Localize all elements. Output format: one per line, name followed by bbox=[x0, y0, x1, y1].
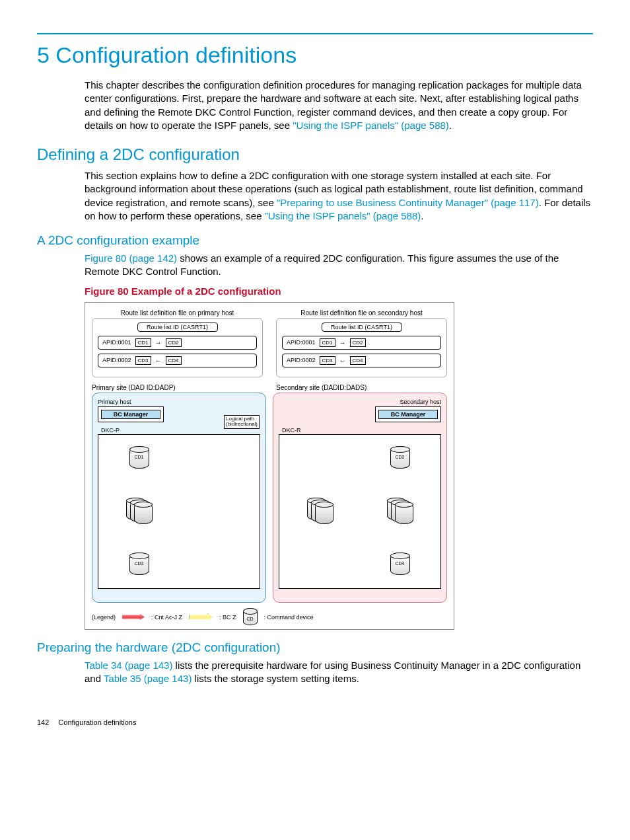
subsection-2dc-example: A 2DC configuration example bbox=[37, 233, 593, 248]
arrow-icon: → bbox=[339, 339, 346, 346]
page-footer: 142Configuration definitions bbox=[37, 718, 593, 726]
volume-stack-primary bbox=[126, 499, 153, 523]
primary-host-box: BC Manager bbox=[98, 406, 164, 422]
chapter-title: 5 Configuration definitions bbox=[37, 42, 593, 68]
apid-row-1-primary: APID:0001 CD1 → CD2 bbox=[98, 336, 257, 350]
sub2-end: lists the storage system setting items. bbox=[192, 673, 359, 684]
link-figure-80[interactable]: Figure 80 (page 142) bbox=[85, 252, 177, 264]
cd1-box: CD1 bbox=[135, 338, 151, 347]
primary-site-label: Primary site (DAD ID:DADP) bbox=[92, 384, 263, 391]
cd2-cylinder: CD2 bbox=[390, 447, 410, 469]
link-ispf-panels-2[interactable]: "Using the ISPF panels" (page 588) bbox=[265, 210, 421, 221]
arrow-icon: ← bbox=[155, 357, 162, 364]
apid-0002-label: APID:0002 bbox=[287, 357, 316, 363]
cd4-box: CD4 bbox=[166, 356, 182, 365]
route-file-primary-label: Route list definition file on primary ho… bbox=[92, 309, 263, 317]
cd3-box: CD3 bbox=[320, 356, 335, 365]
cd4-box: CD4 bbox=[350, 356, 366, 365]
figure-80-diagram: Route list definition file on primary ho… bbox=[85, 302, 454, 630]
bc-manager-primary: BC Manager bbox=[101, 410, 160, 419]
cd1-box: CD1 bbox=[320, 338, 335, 347]
route-file-primary: Route list definition file on primary ho… bbox=[92, 309, 263, 377]
dkc-r-box: DKC-R CD2 CD4 bbox=[279, 434, 441, 589]
route-id-primary: Route list ID (CASRT1) bbox=[137, 323, 218, 332]
cd2-box: CD2 bbox=[166, 338, 182, 347]
dkc-r-label: DKC-R bbox=[282, 427, 301, 434]
figure-caption: Figure 80 Example of a 2DC configuration bbox=[85, 286, 593, 297]
subsection1-paragraph: Figure 80 (page 142) shows an example of… bbox=[85, 252, 593, 279]
subsection2-paragraph: Table 34 (page 143) lists the prerequisi… bbox=[85, 659, 593, 686]
apid-row-2-primary: APID:0002 CD3 ← CD4 bbox=[98, 354, 257, 367]
apid-0001-label: APID:0001 bbox=[102, 339, 131, 346]
secondary-host-label: Secondary host bbox=[279, 399, 441, 405]
legend: (Legend) : Cnt Ac-J Z : BC Z CD : Comman… bbox=[92, 609, 447, 625]
legend-yellow-text: : BC Z bbox=[219, 614, 236, 621]
legend-red-text: : Cnt Ac-J Z bbox=[151, 614, 182, 621]
link-table-35[interactable]: Table 35 (page 143) bbox=[104, 673, 192, 684]
volume-stack-secondary-1 bbox=[307, 499, 333, 523]
secondary-site-label: Secondary site (DADID:DADS) bbox=[276, 384, 447, 391]
primary-host-label: Primary host bbox=[98, 399, 260, 405]
dkc-p-box: DKC-P CD1 CD3 bbox=[98, 434, 260, 589]
legend-red-arrow-icon bbox=[122, 614, 145, 621]
legend-cd-cylinder: CD bbox=[243, 609, 258, 625]
secondary-host-box: BC Manager bbox=[375, 406, 441, 422]
route-file-secondary-label: Route list definition file on secondary … bbox=[276, 309, 447, 317]
apid-0001-label: APID:0001 bbox=[287, 339, 316, 346]
dkc-p-label: DKC-P bbox=[101, 427, 120, 434]
arrow-icon: → bbox=[155, 339, 162, 346]
bc-manager-secondary: BC Manager bbox=[378, 410, 438, 419]
cd1-cylinder: CD1 bbox=[129, 447, 149, 469]
route-file-secondary: Route list definition file on secondary … bbox=[276, 309, 447, 377]
apid-row-1-secondary: APID:0001 CD1 → CD2 bbox=[282, 336, 441, 350]
chapter-intro: This chapter describes the configuration… bbox=[85, 79, 593, 132]
logical-path-label: Logical path(bidirectional) bbox=[224, 415, 260, 430]
footer-title: Configuration definitions bbox=[58, 718, 136, 726]
cd3-box: CD3 bbox=[135, 356, 151, 365]
route-id-secondary: Route list ID (CASRT1) bbox=[322, 323, 402, 332]
link-table-34[interactable]: Table 34 (page 143) bbox=[85, 660, 172, 671]
link-preparing-bcm[interactable]: "Preparing to use Business Continuity Ma… bbox=[277, 197, 539, 208]
s1-text-c: . bbox=[421, 210, 423, 221]
cd3-cylinder: CD3 bbox=[129, 554, 149, 575]
cd2-box: CD2 bbox=[350, 338, 366, 347]
subsection-preparing-hardware: Preparing the hardware (2DC configuratio… bbox=[37, 640, 593, 655]
link-ispf-panels[interactable]: "Using the ISPF panels" (page 588) bbox=[293, 120, 449, 131]
section1-paragraph: This section explains how to define a 2D… bbox=[85, 169, 593, 223]
cd4-cylinder: CD4 bbox=[390, 554, 410, 575]
page-number: 142 bbox=[37, 718, 49, 726]
intro-end: . bbox=[449, 120, 452, 131]
legend-yellow-arrow-icon bbox=[189, 613, 213, 621]
section-defining-2dc: Defining a 2DC configuration bbox=[37, 145, 593, 164]
legend-cd-text: : Command device bbox=[264, 614, 314, 621]
top-rule bbox=[37, 33, 593, 34]
arrow-icon: ← bbox=[339, 357, 346, 364]
apid-row-2-secondary: APID:0002 CD3 ← CD4 bbox=[282, 354, 441, 367]
legend-label: (Legend) bbox=[92, 614, 116, 621]
volume-stack-secondary-2 bbox=[387, 499, 413, 523]
apid-0002-label: APID:0002 bbox=[102, 357, 131, 363]
secondary-site-box: Secondary host BC Manager DKC-R CD2 CD4 bbox=[273, 393, 447, 603]
